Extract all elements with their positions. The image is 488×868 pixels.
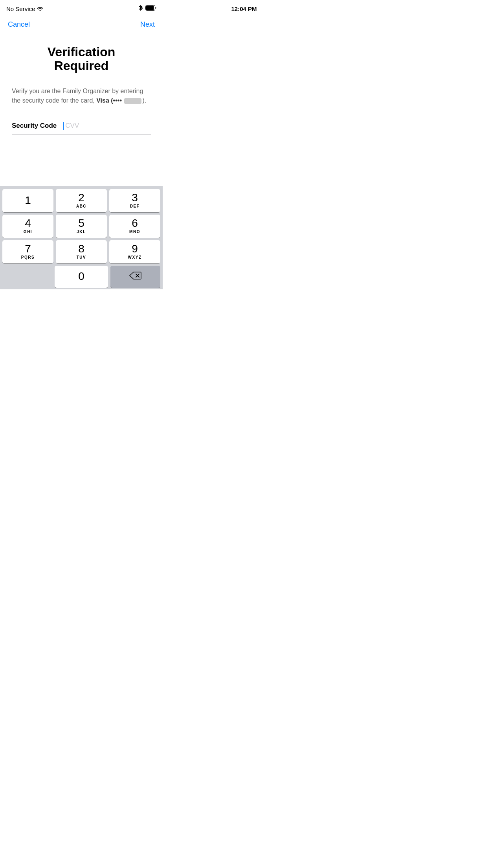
- key-delete[interactable]: [110, 266, 160, 288]
- description-end: ).: [142, 97, 146, 104]
- key-0[interactable]: 0: [55, 266, 108, 288]
- status-bar: No Service 12:04 PM: [0, 0, 163, 17]
- security-code-row[interactable]: Security Code CVV: [12, 117, 151, 135]
- key-9[interactable]: 9 WXYZ: [109, 240, 160, 263]
- cancel-button[interactable]: Cancel: [8, 20, 30, 29]
- keyboard-row-1: 1 2 ABC 3 DEF: [1, 189, 161, 212]
- cvv-placeholder: CVV: [65, 122, 79, 130]
- next-button[interactable]: Next: [140, 20, 155, 29]
- text-cursor: [63, 122, 64, 130]
- key-empty: [2, 266, 52, 288]
- status-right: [138, 4, 156, 13]
- wifi-icon: [37, 6, 43, 12]
- nav-bar: Cancel Next: [0, 17, 163, 33]
- key-1[interactable]: 1: [2, 189, 53, 212]
- status-left: No Service: [6, 6, 43, 12]
- key-4[interactable]: 4 GHI: [2, 215, 53, 238]
- bluetooth-icon: [138, 4, 143, 13]
- svg-rect-1: [146, 6, 154, 10]
- page-title: VerificationRequired: [12, 45, 151, 73]
- content-area: VerificationRequired Verify you are the …: [0, 33, 163, 186]
- card-label: Visa (••••: [96, 97, 122, 104]
- keyboard-row-3: 7 PQRS 8 TUV 9 WXYZ: [1, 240, 161, 263]
- key-3[interactable]: 3 DEF: [109, 189, 160, 212]
- card-number-blur: [124, 98, 141, 104]
- battery-icon: [145, 5, 156, 12]
- keyboard: 1 2 ABC 3 DEF 4 GHI 5 JKL 6 MNO: [0, 186, 163, 289]
- key-8[interactable]: 8 TUV: [56, 240, 107, 263]
- key-6[interactable]: 6 MNO: [109, 215, 160, 238]
- key-7[interactable]: 7 PQRS: [2, 240, 53, 263]
- keyboard-row-4: 0: [1, 266, 161, 288]
- description-part1: Verify you are the Family Organizer by e…: [12, 88, 143, 104]
- keyboard-row-2: 4 GHI 5 JKL 6 MNO: [1, 215, 161, 238]
- main-content: VerificationRequired Verify you are the …: [0, 33, 163, 135]
- delete-icon: [129, 271, 141, 282]
- security-code-input-wrapper: CVV: [63, 122, 151, 130]
- key-5[interactable]: 5 JKL: [56, 215, 107, 238]
- description-text: Verify you are the Family Organizer by e…: [12, 86, 151, 105]
- page-wrapper: No Service 12:04 PM: [0, 0, 163, 289]
- carrier-text: No Service: [6, 6, 35, 12]
- security-code-label: Security Code: [12, 122, 57, 130]
- key-2[interactable]: 2 ABC: [56, 189, 107, 212]
